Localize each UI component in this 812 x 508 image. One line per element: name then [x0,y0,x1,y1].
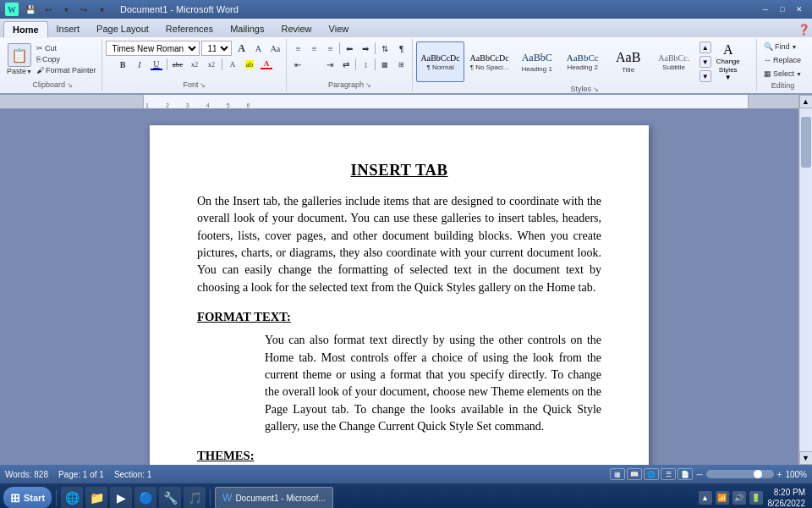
clipboard-label: Clipboard ↘ [7,80,98,90]
show-hide-btn[interactable]: ¶ [393,41,409,56]
font-expand[interactable]: ↘ [200,81,206,89]
font-grow-btn[interactable]: A [233,41,249,56]
scroll-up-btn[interactable]: ▲ [799,95,813,108]
vertical-scrollbar[interactable]: ▲ ▼ [798,95,812,465]
shading-btn[interactable]: ▩ [377,57,392,72]
italic-button[interactable]: I [132,57,147,72]
styles-scroll-down[interactable]: ▼ [700,56,711,68]
minimize-btn[interactable]: ─ [758,3,773,15]
draft-btn[interactable]: 📄 [678,468,693,480]
highlight-btn[interactable]: ab [242,57,257,72]
change-styles-btn[interactable]: A ChangeStyles ▼ [713,41,743,83]
tab-pagelayout[interactable]: Page Layout [88,20,157,37]
tab-insert[interactable]: Insert [48,20,89,37]
cut-button[interactable]: ✂ Cut [34,43,99,53]
taskbar-winamp-btn[interactable]: 🎵 [184,487,206,508]
style-nospacing[interactable]: AaBbCcDc ¶ No Spaci... [466,41,513,82]
align-left-btn[interactable]: ⇤ [290,57,305,72]
taskbar-ie-btn[interactable]: 🌐 [61,487,83,508]
taskbar-explorer-btn[interactable]: 📁 [85,487,107,508]
bold-button[interactable]: B [115,57,130,72]
ribbon-help-btn[interactable]: ❓ [795,22,812,37]
sys-icon-battery[interactable]: 🔋 [749,491,763,505]
font-size-select[interactable]: 11 [201,41,232,56]
paste-button[interactable]: 📋 Paste▼ [7,43,32,75]
align-right-btn[interactable]: ⇥ [322,57,337,72]
style-heading2[interactable]: AaBbCc Heading 2 [561,41,605,82]
format-painter-button[interactable]: 🖌 Format Painter [34,65,99,75]
font-name-select[interactable]: Times New Roman [106,41,200,56]
paste-icon: 📋 [8,43,31,67]
outline-btn[interactable]: ☰ [661,468,676,480]
zoom-in-btn[interactable]: + [777,470,782,479]
quick-redo-btn[interactable]: ↪ [75,2,92,17]
multilevel-btn[interactable]: ≡ [322,41,337,56]
style-title[interactable]: AaB Title [606,41,650,82]
styles-scroll-more[interactable]: ▼ [700,70,711,82]
borders-btn[interactable]: ⊞ [393,57,409,72]
quick-undo-dropdown[interactable]: ▾ [58,2,74,17]
font-shrink-btn[interactable]: A [250,41,266,56]
find-btn[interactable]: 🔍 Find ▼ [760,41,805,52]
quick-undo-btn[interactable]: ↩ [40,2,57,17]
full-reading-btn[interactable]: 📖 [627,468,642,480]
close-btn[interactable]: ✕ [792,3,807,15]
start-button[interactable]: ⊞ Start [3,487,52,508]
replace-btn[interactable]: ↔ Replace [760,54,805,66]
sys-icon-network[interactable]: 📶 [716,491,729,505]
subscript-button[interactable]: x2 [187,57,202,72]
paragraph-expand[interactable]: ↘ [365,81,371,89]
align-center-btn[interactable] [306,57,321,72]
web-layout-btn[interactable]: 🌐 [644,468,659,480]
style-heading1[interactable]: AaBbC Heading 1 [515,41,559,82]
bullets-btn[interactable]: ≡ [290,41,305,56]
tab-home[interactable]: Home [3,21,48,38]
tab-view[interactable]: View [321,20,358,37]
style-normal[interactable]: AaBbCcDc ¶ Normal [416,41,464,82]
underline-button[interactable]: U [149,57,164,72]
quick-customize-btn[interactable]: ▾ [93,2,110,17]
style-h2-label: Heading 2 [567,64,597,71]
clipboard-expand[interactable]: ↘ [67,81,73,89]
scroll-thumb[interactable] [801,117,811,168]
taskbar-wmp-btn[interactable]: ▶ [110,487,132,508]
ribbon-tabs: Home Insert Page Layout References Maili… [0,19,812,37]
justify-btn[interactable]: ⇄ [338,57,354,72]
zoom-out-btn[interactable]: ─ [696,470,702,479]
taskbar-util-btn[interactable]: 🔧 [159,487,181,508]
tab-review[interactable]: Review [272,20,320,37]
maximize-btn[interactable]: □ [775,3,790,15]
sys-icon-1[interactable]: ▲ [699,491,712,505]
sys-icon-volume[interactable]: 🔊 [732,491,746,505]
quick-save-btn[interactable]: 💾 [22,2,39,17]
view-buttons: ▦ 📖 🌐 ☰ 📄 [610,468,693,480]
styles-expand[interactable]: ↘ [593,86,599,93]
font-clear-btn[interactable]: Aa [267,41,283,56]
taskbar-chrome-btn[interactable]: 🔵 [134,487,156,508]
style-subtitle[interactable]: AaBbCc. Subtitle [652,41,696,82]
font-color-btn[interactable]: A [259,57,274,72]
print-layout-btn[interactable]: ▦ [610,468,625,480]
text-effects-btn[interactable]: A [225,57,240,72]
tab-references[interactable]: References [157,20,222,37]
style-subtitle-label: Subtitle [662,64,685,71]
document-page-area[interactable]: INSERT TAB On the Insert tab, the galler… [0,108,798,465]
tab-mailings[interactable]: Mailings [222,20,272,37]
select-btn[interactable]: ▦ Select ▼ [760,68,805,80]
increase-indent-btn[interactable]: ➡ [358,41,373,56]
strikethrough-button[interactable]: abc [170,57,185,72]
styles-scroll-up[interactable]: ▲ [700,41,711,53]
zoom-thumb[interactable] [754,470,762,478]
editing-buttons: 🔍 Find ▼ ↔ Replace ▦ Select ▼ [760,41,805,80]
scroll-track[interactable] [800,108,812,451]
decrease-indent-btn[interactable]: ⬅ [342,41,357,56]
copy-button[interactable]: ⎘ Copy [34,54,99,64]
taskbar-word-btn[interactable]: W Document1 - Microsof... [215,487,332,508]
sort-btn[interactable]: ⇅ [377,41,392,56]
line-spacing-btn[interactable]: ↕ [358,57,373,72]
zoom-slider[interactable] [706,470,774,478]
numbering-btn[interactable]: ≡ [306,41,321,56]
superscript-button[interactable]: x2 [204,57,219,72]
scroll-down-btn[interactable]: ▼ [799,451,813,465]
clipboard-group: 📋 Paste▼ ✂ Cut ⎘ Copy 🖌 Format Painter C… [3,39,102,91]
